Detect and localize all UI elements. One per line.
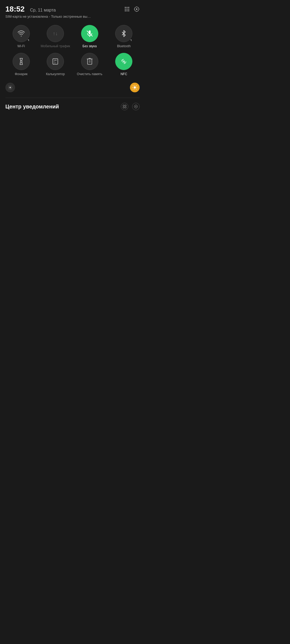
nfc-label: NFC <box>121 72 127 76</box>
clear-notifications-icon <box>134 104 138 109</box>
svg-rect-1 <box>126 7 128 8</box>
svg-rect-50 <box>125 105 126 106</box>
notification-clear-button[interactable] <box>132 103 140 110</box>
svg-rect-49 <box>123 105 124 106</box>
silent-circle <box>81 25 98 42</box>
wifi-label: Wi-Fi <box>17 44 25 49</box>
svg-text:N: N <box>123 59 125 63</box>
svg-point-31 <box>9 87 11 88</box>
sun-large-icon <box>132 85 137 90</box>
svg-rect-4 <box>126 9 128 10</box>
mobile-data-toggle[interactable]: ↑↓ Мобильный трафик <box>40 25 71 49</box>
silent-icon <box>86 30 93 37</box>
status-icons <box>124 6 140 12</box>
svg-rect-0 <box>125 7 126 8</box>
notification-center-title: Центр уведомлений <box>5 104 59 110</box>
clear-memory-label: Очистить память <box>77 72 102 76</box>
flashlight-label: Фонарик <box>15 72 28 76</box>
flashlight-icon <box>17 58 25 65</box>
svg-line-45 <box>133 86 133 86</box>
svg-rect-7 <box>126 10 128 12</box>
bluetooth-toggle[interactable]: Bluetooth <box>108 25 140 49</box>
svg-line-37 <box>11 89 12 89</box>
wifi-toggle[interactable]: Wi-Fi <box>5 25 37 49</box>
manage-notifications-icon <box>122 104 127 109</box>
brightness-low-icon <box>5 83 15 92</box>
status-date: Ср, 11 марта <box>30 8 56 13</box>
svg-line-48 <box>136 86 137 86</box>
notification-center-actions <box>121 103 140 110</box>
status-time: 18:52 <box>5 5 25 13</box>
silent-label: Без звука <box>82 44 97 49</box>
svg-text:×: × <box>54 62 55 64</box>
clear-memory-icon <box>86 58 93 65</box>
nfc-toggle[interactable]: N NFC <box>108 53 140 76</box>
flashlight-circle <box>13 53 30 70</box>
svg-rect-6 <box>125 10 126 12</box>
mobile-data-icon: ↑↓ <box>52 30 59 37</box>
calculator-label: Калькулятор <box>46 72 65 76</box>
svg-rect-5 <box>128 9 129 10</box>
svg-line-46 <box>136 89 137 89</box>
bluetooth-label: Bluetooth <box>117 44 131 49</box>
brightness-slider[interactable] <box>18 83 127 92</box>
svg-line-47 <box>133 89 133 89</box>
svg-line-38 <box>9 89 9 89</box>
sim-status: SIM-карта не установлена - Только экстре… <box>5 14 140 19</box>
calculator-toggle[interactable]: + – × ÷ Калькулятор <box>40 53 71 76</box>
brightness-fill <box>18 83 27 92</box>
bluetooth-circle <box>115 25 132 42</box>
status-bar: 18:52 Ср, 11 марта <box>0 0 145 21</box>
wifi-arrow <box>28 39 29 41</box>
nfc-icon: N <box>120 58 128 65</box>
sun-small-icon <box>8 85 13 90</box>
wifi-icon <box>17 30 25 37</box>
svg-point-15 <box>21 36 22 37</box>
calculator-icon: + – × ÷ <box>52 58 59 65</box>
clear-memory-circle <box>81 53 98 70</box>
grid-icon <box>124 6 130 12</box>
mobile-data-label: Мобильный трафик <box>41 44 70 49</box>
quick-toggles: Wi-Fi ↑↓ Мобильный трафик Без звука <box>0 21 145 80</box>
svg-text:↑↓: ↑↓ <box>53 31 58 36</box>
svg-rect-25 <box>88 59 92 64</box>
notification-center-header: Центр уведомлений <box>0 98 145 114</box>
svg-point-10 <box>136 8 137 10</box>
bluetooth-icon <box>120 30 128 37</box>
notification-area <box>0 114 145 275</box>
svg-line-36 <box>9 86 9 86</box>
svg-rect-51 <box>123 107 124 108</box>
svg-rect-3 <box>125 9 126 10</box>
bluetooth-arrow <box>130 39 132 41</box>
calculator-circle: + – × ÷ <box>47 53 64 70</box>
clear-memory-toggle[interactable]: Очистить память <box>74 53 106 76</box>
focus-icon <box>134 6 140 12</box>
brightness-high-icon <box>130 83 140 92</box>
notification-manage-button[interactable] <box>121 103 128 110</box>
svg-point-40 <box>134 86 136 89</box>
svg-line-39 <box>11 86 12 86</box>
brightness-control[interactable] <box>0 80 145 98</box>
nfc-circle: N <box>115 53 132 70</box>
svg-rect-2 <box>128 7 129 8</box>
mobile-data-circle: ↑↓ <box>47 25 64 42</box>
svg-text:÷: ÷ <box>55 62 56 64</box>
wifi-circle <box>13 25 30 42</box>
silent-toggle[interactable]: Без звука <box>74 25 106 49</box>
flashlight-toggle[interactable]: Фонарик <box>5 53 37 76</box>
svg-rect-52 <box>125 107 126 108</box>
svg-rect-8 <box>128 10 129 12</box>
